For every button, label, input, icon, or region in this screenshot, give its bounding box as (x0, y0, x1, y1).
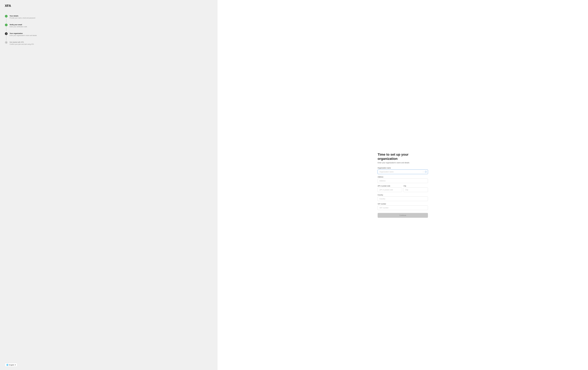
vat-label: VAT number (378, 203, 428, 205)
chevron-down-icon: ▾ (15, 364, 16, 366)
step-title-your-details: Your details (10, 15, 35, 17)
clear-icon[interactable]: › (422, 171, 424, 173)
form-container: Time to set up your organization Enter y… (378, 152, 428, 218)
zip-label: ZIP or postal code (378, 185, 402, 187)
org-name-input-wrapper: › i (378, 170, 428, 174)
org-input-icons: › i (422, 171, 427, 173)
step-desc-your-organization: Enter your organization's name and detai… (10, 35, 37, 36)
step-get-started: ✎ Get started with XFA Confirm your plan… (5, 41, 213, 50)
org-name-label: Organization name (378, 167, 428, 169)
step-circle-verify-email: ✓ (5, 24, 8, 26)
zip-group: ZIP or postal code (378, 185, 402, 192)
step-desc-verify-email: Enter your verification code (10, 26, 27, 28)
step-your-organization: ⊞ Your organization Enter your organizat… (5, 32, 213, 41)
vat-input[interactable] (378, 206, 428, 210)
continue-button[interactable]: Continue (378, 213, 428, 218)
steps-container: ✓ Your details Provide your name, email … (5, 15, 213, 50)
language-label: English (9, 364, 14, 366)
left-panel: XFA ✓ Your details Provide your name, em… (0, 0, 218, 370)
step-your-details: ✓ Your details Provide your name, email … (5, 15, 213, 24)
address-group: Address (378, 176, 428, 183)
right-panel: Time to set up your organization Enter y… (218, 0, 588, 370)
country-label: Country (378, 194, 428, 196)
address-input[interactable] (378, 179, 428, 183)
step-desc-your-details: Provide your name, email and password (10, 17, 35, 19)
step-line-3 (6, 35, 6, 41)
country-group: Country (378, 194, 428, 201)
info-icon[interactable]: i (425, 171, 427, 173)
zip-input[interactable] (378, 187, 402, 192)
step-verify-email: ✓ Verify your email Enter your verificat… (5, 24, 213, 32)
form-subtitle: Enter your organization's name and detai… (378, 162, 428, 164)
vat-group: VAT number (378, 203, 428, 210)
org-name-group: Organization name › i (378, 167, 428, 174)
city-group: City (403, 185, 428, 192)
logo: XFA (5, 4, 213, 8)
step-line-2 (6, 26, 6, 32)
zip-city-row: ZIP or postal code City (378, 185, 428, 194)
city-label: City (403, 185, 428, 187)
step-circle-your-organization: ⊞ (5, 32, 8, 35)
country-input[interactable] (378, 196, 428, 201)
address-label: Address (378, 176, 428, 178)
language-selector[interactable]: 🌐 English ▾ (5, 363, 17, 367)
step-line-1 (6, 18, 6, 23)
step-title-get-started: Get started with XFA (10, 41, 34, 43)
org-name-input[interactable] (378, 170, 428, 174)
language-flag: 🌐 (6, 364, 8, 366)
form-title: Time to set up your organization (378, 152, 428, 161)
city-input[interactable] (403, 187, 428, 192)
step-title-verify-email: Verify your email (10, 24, 27, 25)
step-circle-get-started: ✎ (5, 41, 8, 44)
step-title-your-organization: Your organization (10, 33, 37, 34)
step-circle-your-details: ✓ (5, 15, 8, 18)
step-desc-get-started: Confirm your plan and start using XFA (10, 44, 34, 45)
